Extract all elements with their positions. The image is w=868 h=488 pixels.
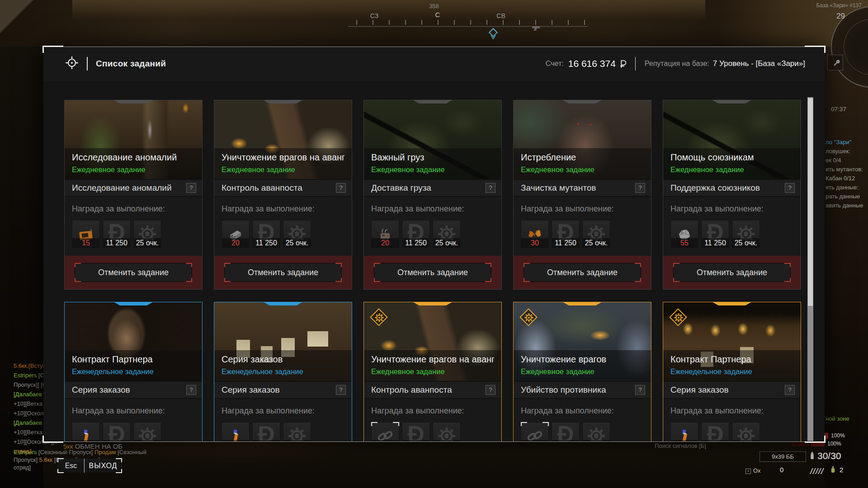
reward-tile[interactable]: 8 bbox=[670, 422, 698, 442]
reward-value: 11 250 bbox=[103, 238, 130, 248]
durability-percent: 100% bbox=[831, 432, 845, 439]
reward-tile[interactable] bbox=[371, 422, 399, 442]
rewards-section: Награда за выполнение: 55 Đ 11 250 25 оч… bbox=[663, 197, 801, 257]
cancel-task-button[interactable]: Отменить задание bbox=[374, 263, 491, 282]
cards-row-1: Исследование аномалий Ежедневное задание… bbox=[64, 100, 801, 290]
reward-value: 20 bbox=[372, 238, 399, 248]
help-button[interactable]: ? bbox=[635, 183, 645, 193]
quest-tracker-line: Кабан 0/12 bbox=[826, 174, 868, 183]
subtask-name: Контроль аванпоста bbox=[222, 183, 336, 193]
task-card[interactable]: Уничтожение врагов Ежедневное задание Уб… bbox=[513, 302, 651, 442]
reward-tile[interactable]: 8 bbox=[222, 422, 250, 442]
reward-tile[interactable]: 100 очк. bbox=[283, 422, 311, 442]
card-title-overlay: Исследование аномалий Ежедневное задание bbox=[65, 148, 202, 179]
help-button[interactable]: ? bbox=[336, 183, 346, 193]
card-title-overlay: Уничтожение врагов Ежедневное задание bbox=[514, 350, 651, 381]
task-type-label: Ежедневное задание bbox=[521, 367, 644, 376]
task-card[interactable]: Исследование аномалий Ежедневное задание… bbox=[64, 100, 203, 290]
ruble-icon bbox=[619, 60, 626, 68]
reward-value: 25 очк. bbox=[583, 238, 610, 248]
reward-value bbox=[372, 440, 399, 442]
reward-value: 25 очк. bbox=[433, 238, 460, 248]
event-timer: 07:37 bbox=[831, 106, 846, 113]
cancel-task-button[interactable]: Отменить задание bbox=[224, 263, 342, 282]
reward-tile[interactable] bbox=[521, 422, 549, 442]
task-type-label: Еженедельное задание bbox=[72, 367, 195, 376]
card-top-tab bbox=[113, 100, 153, 103]
task-card[interactable]: Помощь союзникам Ежедневное задание Подд… bbox=[663, 100, 801, 290]
reward-tile[interactable]: Đ 11 250 bbox=[701, 220, 729, 248]
help-button[interactable]: ? bbox=[635, 385, 645, 395]
reward-tile[interactable]: 25 очк. bbox=[133, 220, 161, 248]
task-card[interactable]: Серия заказов Еженедельное задание Серия… bbox=[214, 302, 352, 442]
help-button[interactable]: ? bbox=[336, 385, 346, 395]
currency-icon: Đ bbox=[103, 422, 130, 442]
card-top-tab bbox=[263, 100, 303, 103]
help-button[interactable]: ? bbox=[486, 183, 495, 193]
reward-value: 55 bbox=[671, 238, 698, 248]
reward-tile[interactable]: 25 очк. bbox=[732, 220, 760, 248]
reward-tile[interactable]: 25 очк. bbox=[582, 220, 610, 248]
points-icon bbox=[732, 422, 760, 442]
reward-tile[interactable]: 100 очк. bbox=[133, 422, 161, 442]
cancel-task-button[interactable]: Отменить задание bbox=[75, 263, 192, 282]
help-button[interactable]: ? bbox=[186, 385, 196, 395]
exit-button[interactable]: Esc ВЫХОД bbox=[58, 459, 122, 473]
scrollbar[interactable] bbox=[807, 97, 813, 441]
help-button[interactable]: ? bbox=[785, 183, 795, 193]
help-button[interactable]: ? bbox=[486, 385, 495, 395]
reward-tile[interactable]: Đ 12 700 bbox=[103, 422, 131, 442]
task-card[interactable]: Контракт Партнера Еженедельное задание С… bbox=[64, 302, 203, 442]
task-card-image: Истребление Ежедневное задание bbox=[514, 100, 651, 179]
currency-icon: Đ bbox=[702, 422, 729, 442]
task-card[interactable]: Контракт Партнера Еженедельное задание С… bbox=[663, 302, 801, 442]
scrollbar-thumb[interactable] bbox=[808, 98, 813, 306]
chat-text: [Сезонный bbox=[116, 449, 146, 455]
reward-tile[interactable]: 30 bbox=[521, 220, 549, 248]
reward-value: 25 очк. bbox=[134, 238, 161, 248]
task-type-label: Ежедневное задание bbox=[222, 165, 344, 174]
grenade-icon bbox=[830, 465, 836, 476]
reward-tile[interactable]: Đ 11 250 bbox=[552, 220, 580, 248]
reward-tile[interactable]: 20 bbox=[222, 220, 250, 248]
cancel-task-button[interactable]: Отменить задание bbox=[524, 263, 641, 282]
reward-tiles: 20 Đ 11 250 25 очк. bbox=[222, 220, 344, 248]
reward-tile[interactable]: 25 очк. bbox=[283, 220, 311, 248]
reputation-label: Репутация на базе: bbox=[645, 60, 709, 68]
cards-viewport: Исследование аномалий Ежедневное задание… bbox=[43, 81, 825, 442]
special-task-badge-icon bbox=[669, 308, 689, 328]
reward-tile[interactable]: 55 bbox=[670, 220, 698, 248]
rewards-section: Награда за выполнение: Đ 11 250 25 очк. bbox=[364, 399, 501, 442]
reward-tile[interactable]: 8 bbox=[72, 422, 100, 442]
special-task-badge-icon bbox=[369, 308, 389, 328]
task-card-image: Контракт Партнера Еженедельное задание bbox=[663, 302, 801, 381]
reward-tile[interactable]: Đ 11 250 bbox=[402, 422, 430, 442]
reward-tile[interactable]: 15 bbox=[72, 220, 100, 248]
reward-tile[interactable]: 100 очк. bbox=[732, 422, 760, 442]
reward-tile[interactable]: 25 очк. bbox=[433, 422, 461, 442]
reward-tile[interactable]: Đ 11 250 bbox=[103, 220, 131, 248]
help-button[interactable]: ? bbox=[186, 183, 196, 193]
task-card[interactable]: Истребление Ежедневное задание Зачистка … bbox=[513, 100, 651, 290]
task-card[interactable]: Важный груз Ежедневное задание Доставка … bbox=[363, 100, 502, 290]
reward-tile[interactable]: Đ 11 250 bbox=[252, 220, 280, 248]
reward-tile[interactable]: Đ 11 250 bbox=[552, 422, 580, 442]
reward-tile[interactable]: Đ 12 700 bbox=[701, 422, 729, 442]
reward-tile[interactable]: 20 bbox=[371, 220, 399, 248]
reward-value: 11 250 bbox=[402, 238, 429, 248]
subtask-name: Серия заказов bbox=[222, 385, 336, 395]
cancel-task-button[interactable]: Отменить задание bbox=[673, 263, 791, 282]
help-button[interactable]: ? bbox=[785, 385, 795, 395]
task-card[interactable]: Уничтожение врагов на аванпостах Ежеднев… bbox=[214, 100, 352, 290]
reward-tiles: 8 Đ 12 700 100 очк. bbox=[72, 422, 195, 442]
task-card-image: Серия заказов Еженедельное задание bbox=[214, 302, 352, 381]
reward-tile[interactable]: Đ 12 700 bbox=[252, 422, 280, 442]
reward-tile[interactable]: 25 очк. bbox=[433, 220, 461, 248]
task-card[interactable]: Уничтожение врагов на аванпостах Ежеднев… bbox=[363, 302, 502, 442]
subtask-row: Контроль аванпоста ? bbox=[214, 179, 352, 197]
reward-tile[interactable]: Đ 11 250 bbox=[402, 220, 430, 248]
reward-tile[interactable]: 25 очк. bbox=[582, 422, 610, 442]
compass-heading: 358 bbox=[416, 3, 452, 9]
cancel-task-label: Отменить задание bbox=[248, 268, 318, 277]
cards-row-2: Контракт Партнера Еженедельное задание С… bbox=[64, 302, 801, 442]
